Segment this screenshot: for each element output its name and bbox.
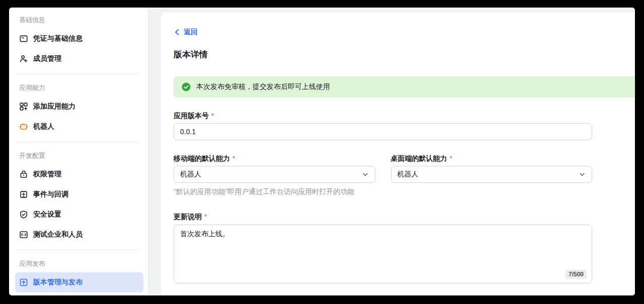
chevron-down-icon [579,171,586,178]
main-content: 返回 版本详情 本次发布免审核，提交发布后即可上线使用 应用版本号 * [149,8,635,295]
sidebar: 基础信息 凭证与基础信息 成员管理 应用能力 添加应用能力 机器人 开发配置 权… [9,8,149,295]
sidebar-section-header: 应用发布 [15,255,143,272]
sidebar-item-members[interactable]: 成员管理 [15,49,143,69]
sidebar-item-version-release[interactable]: 版本管理与发布 [15,272,143,292]
id-card-icon [19,34,28,43]
mobile-capability-value: 机器人 [180,170,201,179]
divider [15,250,138,250]
version-label: 应用版本号 * [174,112,592,121]
update-notes-textarea[interactable]: 首次发布上线。 7/500 [174,225,592,283]
back-label: 返回 [184,28,198,37]
sidebar-section-header: 开发配置 [15,147,143,164]
divider [15,74,138,74]
divider [15,142,138,142]
sidebar-item-events-callbacks[interactable]: 事件与回调 [15,184,143,205]
required-mark: * [211,112,214,120]
back-button[interactable]: 返回 [174,28,198,37]
sidebar-item-permissions[interactable]: 权限管理 [15,164,143,184]
sidebar-item-security[interactable]: 安全设置 [15,205,143,225]
chevron-left-icon [174,29,180,36]
code-brackets-icon [19,230,28,239]
version-detail-card: 返回 版本详情 本次发布免审核，提交发布后即可上线使用 应用版本号 * [161,13,635,295]
sidebar-item-test-company-users[interactable]: 测试企业和人员 [15,225,143,245]
no-review-banner: 本次发布免审核，提交发布后即可上线使用 [174,76,635,97]
desktop-capability-value: 机器人 [397,170,419,179]
version-form: 应用版本号 * 移动端的默认能力 * 机器人 [174,112,592,283]
update-notes-value: 首次发布上线。 [180,230,229,238]
capability-hint: “默认的应用功能”即用户通过工作台访问应用时打开的功能 [174,187,592,196]
shield-check-icon [19,210,28,219]
sidebar-item-bot[interactable]: 机器人 [15,117,143,137]
sidebar-item-add-capability[interactable]: 添加应用能力 [15,96,143,117]
sidebar-section-header: 应用能力 [15,79,143,96]
mobile-capability-select[interactable]: 机器人 [174,166,375,183]
mobile-capability-label: 移动端的默认能力 * [174,154,375,163]
required-mark: * [204,213,207,221]
sidebar-section-header: 基础信息 [15,12,143,29]
desktop-capability-label: 桌面端的默认能力 * [391,154,593,163]
char-counter: 7/500 [566,270,587,279]
bookmark-plus-icon [19,190,28,199]
desktop-capability-select[interactable]: 机器人 [391,166,593,183]
lock-icon [19,170,28,179]
version-input[interactable] [174,123,592,140]
app-grid-plus-icon [19,102,28,111]
app-window: 基础信息 凭证与基础信息 成员管理 应用能力 添加应用能力 机器人 开发配置 权… [9,8,635,295]
page-title: 版本详情 [174,49,635,60]
chevron-down-icon [362,171,369,178]
publish-arrow-icon [19,278,28,287]
banner-text: 本次发布免审核，提交发布后即可上线使用 [196,82,330,91]
required-mark: * [232,154,235,162]
check-circle-icon [182,82,191,91]
person-add-icon [19,54,28,63]
sidebar-item-credentials[interactable]: 凭证与基础信息 [15,29,143,49]
required-mark: * [450,154,452,162]
robot-icon [19,122,28,131]
update-notes-label: 更新说明 * [174,213,592,222]
